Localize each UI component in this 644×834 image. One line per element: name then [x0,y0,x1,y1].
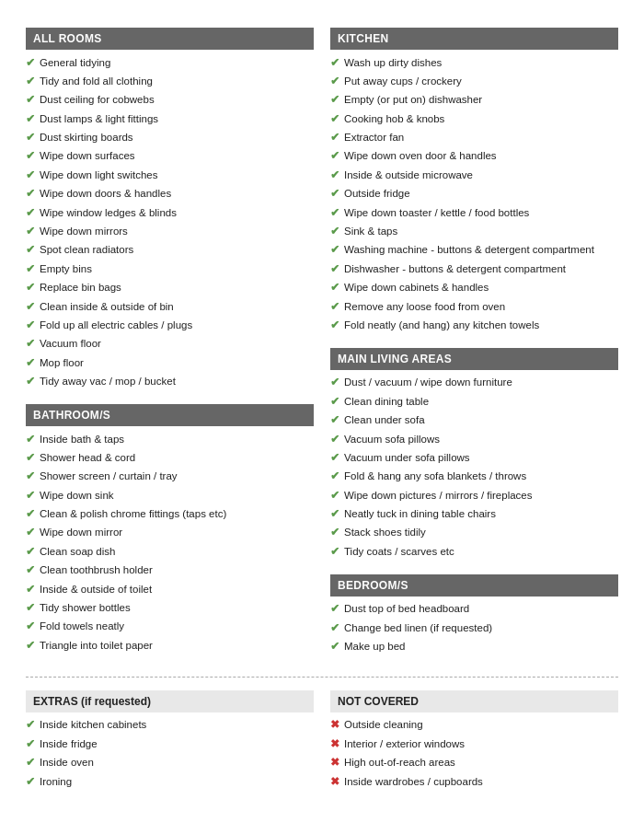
list-item: ✔Wipe down toaster / kettle / food bottl… [330,203,618,222]
list-item: ✔Inside oven [26,754,314,772]
list-item: ✖Outside cleaning [330,716,618,735]
check-icon: ✔ [26,111,35,127]
check-icon: ✔ [26,168,35,183]
list-item: ✔Tidy and fold all clothing [26,72,314,90]
list-item: ✔Neatly tuck in dining table chairs [330,505,618,524]
check-icon: ✔ [330,375,339,390]
check-icon: ✔ [330,525,339,540]
list-item: ✔Fold & hang any sofa blankets / throws [330,468,618,486]
list-item: ✔Wipe down sink [26,486,314,504]
list-item: ✔Clean under sofa [330,411,618,430]
list-item: ✔Tidy shower bottles [26,599,314,618]
check-icon: ✔ [330,148,339,164]
list-item-text: Tidy shower bottles [40,600,131,616]
check-icon: ✔ [330,261,339,277]
kitchen-section: KITCHEN ✔Wash up dirty dishes✔Put away c… [330,28,618,335]
list-item: ✔General tidying [26,53,314,72]
list-item-text: Wipe down surfaces [40,148,135,164]
check-icon: ✔ [330,92,339,108]
bathrooms-section: BATHROOM/S ✔Inside bath & taps✔Shower he… [26,404,314,655]
list-item: ✔Cooking hob & knobs [330,110,618,128]
check-icon: ✔ [26,186,35,202]
check-icon: ✔ [330,299,339,315]
list-item: ✔Tidy away vac / mop / bucket [26,373,314,391]
check-icon: ✔ [26,224,35,239]
check-icon: ✔ [330,488,339,504]
check-icon: ✔ [26,544,35,560]
list-item-text: Wipe down cabinets & handles [344,280,489,295]
list-item-text: Wipe down mirror [40,525,122,540]
check-icon: ✔ [26,755,35,770]
list-item: ✔Wipe down cabinets & handles [330,279,618,297]
check-icon: ✔ [26,55,35,71]
list-item-text: Extractor fan [344,130,404,145]
list-item: ✔Wipe down light switches [26,166,314,184]
all-rooms-header: ALL ROOMS [26,28,314,50]
check-icon: ✔ [330,639,339,654]
list-item-text: Fold towels neatly [40,619,124,634]
check-icon: ✔ [26,600,35,616]
check-icon: ✔ [26,148,35,164]
list-item-text: Fold up all electric cables / plugs [40,318,192,333]
list-item-text: Vacuum floor [40,336,101,352]
list-item-text: Fold & hang any sofa blankets / throws [344,469,526,484]
list-item: ✔Wipe down surfaces [26,147,314,166]
check-icon: ✔ [26,299,35,315]
list-item-text: Shower screen / curtain / tray [40,469,178,484]
kitchen-header: KITCHEN [330,28,618,50]
list-item: ✔Replace bin bags [26,279,314,297]
check-icon: ✔ [330,242,339,258]
check-icon: ✔ [330,544,339,560]
list-item: ✔Wipe window ledges & blinds [26,203,314,222]
list-item: ✔Clean toothbrush holder [26,562,314,580]
check-icon: ✔ [26,469,35,484]
check-icon: ✔ [330,601,339,617]
check-icon: ✔ [330,186,339,202]
list-item-text: Clean toothbrush holder [40,562,153,578]
all-rooms-list: ✔General tidying✔Tidy and fold all cloth… [26,53,314,391]
list-item: ✔Clean inside & outside of bin [26,297,314,316]
extras-section: EXTRAS (if requested) ✔Inside kitchen ca… [26,690,314,792]
list-item-text: Wipe down doors & handles [40,186,171,202]
list-item-text: Vacuum sofa pillows [344,432,440,447]
list-item-text: Inside oven [40,755,94,770]
list-item: ✔Empty bins [26,260,314,278]
list-item: ✔Put away cups / crockery [330,72,618,90]
list-item: ✔Clean soap dish [26,542,314,561]
list-item: ✖Inside wardrobes / cupboards [330,772,618,791]
list-item-text: Dust lamps & light fittings [40,111,158,127]
list-item: ✔Empty (or put on) dishwasher [330,91,618,110]
list-item-text: Triangle into toilet paper [40,638,153,654]
check-icon: ✔ [330,55,339,71]
list-item: ✔Vacuum floor [26,335,314,353]
list-item: ✔Inside fridge [26,735,314,753]
cross-icon: ✖ [330,755,339,770]
check-icon: ✔ [330,280,339,295]
check-icon: ✔ [330,111,339,127]
list-item-text: Tidy away vac / mop / bucket [40,374,176,389]
check-icon: ✔ [330,506,339,522]
check-icon: ✔ [26,280,35,295]
list-item-text: Outside cleaning [344,717,423,733]
list-item-text: Dust ceiling for cobwebs [40,92,155,108]
list-item-text: Clean inside & outside of bin [40,299,174,315]
check-icon: ✔ [26,736,35,752]
list-item-text: Dust skirting boards [40,130,133,145]
list-item: ✔Dust / vacuum / wipe down furniture [330,374,618,392]
list-item-text: General tidying [40,55,110,71]
list-item: ✔Wipe down mirror [26,524,314,542]
list-item: ✖Interior / exterior windows [330,735,618,753]
list-item-text: Clean & polish chrome fittings (taps etc… [40,506,226,522]
cross-icon: ✖ [330,774,339,790]
list-item: ✔Inside & outside of toilet [26,580,314,598]
list-item: ✔Spot clean radiators [26,241,314,260]
list-item-text: Inside wardrobes / cupboards [344,774,483,790]
check-icon: ✔ [26,525,35,540]
list-item: ✔Dust lamps & light fittings [26,110,314,128]
list-item-text: Cooking hob & knobs [344,111,444,127]
list-item: ✔Wipe down pictures / mirrors / fireplac… [330,486,618,504]
list-item: ✔Make up bed [330,638,618,656]
cross-icon: ✖ [330,717,339,733]
list-item-text: Clean under sofa [344,412,425,428]
list-item-text: Put away cups / crockery [344,74,462,89]
